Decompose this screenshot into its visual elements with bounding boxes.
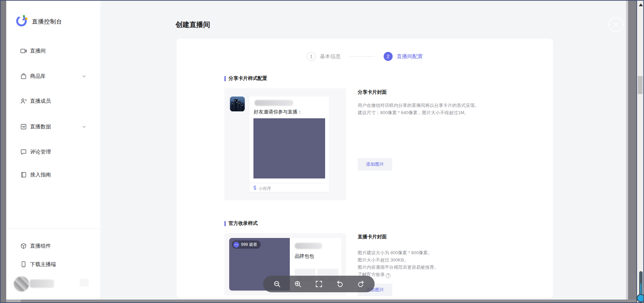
sidebar-item-comment-management[interactable]: 评论管理 [6,147,100,156]
sidebar-item-live-components[interactable]: 直播组件 [6,241,100,250]
sidebar-item-label: 直播数据 [30,123,51,130]
share-cover-placeholder [253,118,325,178]
live-dots-icon [233,242,239,248]
add-share-image-button[interactable]: 添加图片 [358,158,392,171]
outer-scrollbar-track[interactable] [637,1,643,302]
step-1-label: 基本信息 [320,53,341,60]
inner-scrollbar-thumb[interactable] [628,1,636,300]
window-left-gutter [1,1,6,302]
members-icon [20,98,27,104]
sidebar-item-label: 接入指南 [30,172,51,178]
live-cover-info: 直播卡片封面 图片建议大小为 800像素 * 800像素。 图片大小不超过 30… [358,234,538,278]
miniprogram-label: 小程序 [259,186,271,192]
image-viewer-toolbar [263,276,375,292]
user-avatar[interactable] [14,276,29,292]
masked-badge [80,279,89,286]
user-name-masked [30,279,54,288]
share-cover-desc-1: 用户在微信对话框内分享的直播间将以分享卡片的形式呈现。 [358,102,538,109]
sidebar-item-download-anchor-app[interactable]: 下载主播端 [6,260,100,269]
horizontal-scrollbar-track[interactable] [6,300,21,302]
step-2-label: 直播间配置 [397,53,423,60]
outer-scrollbar-thumb[interactable] [638,76,643,94]
app-logo-icon [15,15,28,28]
rotate-left-icon [336,280,344,288]
bubble-footer: 小程序 [252,185,271,192]
share-cover-info: 分享卡片封面 用户在微信对话框内分享的直播间将以分享卡片的形式呈现。 建议尺寸：… [358,89,538,116]
viewer-count: 999 观看 [241,242,257,248]
shopping-bag-icon [20,73,27,80]
rotate-right-icon [357,280,365,288]
sidebar: 直播控制台 直播间 商品库 [6,1,100,300]
section-official-listing-header: 官方收录样式 [224,220,258,227]
section-marker [224,76,226,81]
share-cover-desc-2: 建议尺寸：800像素 * 640像素，图片大小不得超过1M。 [358,109,538,116]
phone-icon [20,261,27,268]
invite-text: 好友邀请你参与直播： [254,109,302,115]
viewer-count-badge: 999 观看 [232,240,261,249]
sidebar-item-label: 评论管理 [30,149,51,155]
sidebar-item-label: 下载主播端 [30,261,56,268]
cube-icon [20,242,27,249]
video-camera-icon [20,47,27,54]
live-product-name: 品牌包包 [295,253,314,259]
app-title: 直播控制台 [32,18,62,26]
live-cover-desc-1: 图片建议大小为 800像素 * 800像素。 [358,249,538,256]
sidebar-item-label: 直播组件 [30,243,51,249]
section-marker [224,221,226,226]
zoom-out-icon [273,280,281,288]
rotate-right-button[interactable] [357,280,365,288]
zoom-in-button[interactable] [294,280,302,288]
sidebar-item-integration-guide[interactable]: 接入指南 [6,170,100,179]
sidebar-item-live-data[interactable]: 直播数据 [6,122,100,131]
comment-icon [20,148,27,155]
pointer-cursor-icon [636,270,644,303]
close-button[interactable] [608,17,624,32]
sidebar-divider [6,228,100,229]
app-window: 直播控制台 直播间 商品库 [0,0,644,303]
sidebar-item-live-room[interactable]: 直播间 [6,46,100,55]
section-title: 分享卡片样式配置 [229,75,267,82]
fullscreen-icon [315,280,323,288]
help-icon[interactable]: ? [386,273,391,278]
rotate-left-button[interactable] [336,280,344,288]
share-sender-avatar [230,97,245,111]
sidebar-item-label: 直播间 [30,48,46,54]
chevron-down-icon[interactable] [82,124,87,129]
share-room-name-masked [254,100,293,106]
scrollbar-up-arrow[interactable] [639,3,643,6]
miniprogram-icon [252,185,257,192]
fullscreen-button[interactable] [315,280,323,288]
share-card-preview-panel: 好友邀请你参与直播： 小程序 [224,88,346,200]
chevron-down-icon[interactable] [82,74,87,79]
create-live-room-card: 1 基本信息 2 直播间配置 分享卡片样式配置 [177,39,553,298]
bubble-divider [249,183,329,183]
brand: 直播控制台 [15,15,62,28]
share-cover-heading: 分享卡片封面 [358,89,538,95]
step-1-circle: 1 [307,52,316,61]
section-share-card-header: 分享卡片样式配置 [224,75,267,82]
close-icon [609,27,623,32]
chart-icon [20,123,27,130]
section-title: 官方收录样式 [229,220,258,227]
page-title: 创建直播间 [176,20,210,29]
sidebar-item-label: 直播成员 [30,98,51,104]
zoom-in-icon [294,280,302,288]
step-connector [350,56,375,57]
step-indicator: 1 基本信息 2 直播间配置 [177,52,553,61]
live-cover-desc-2: 图片大小不超过 300KB。 [358,256,538,264]
zoom-out-button[interactable] [273,280,281,288]
official-listing-link-row: 了解官方收录? [358,271,538,278]
step-2-circle: 2 [384,52,393,61]
horizontal-scrollbar-thumb[interactable] [6,300,636,302]
guide-icon [20,171,27,178]
live-title-masked [295,243,322,249]
live-cover-desc-3: 图片内容遵循平台规范后更容易被推荐。 [358,264,538,271]
sidebar-item-live-members[interactable]: 直播成员 [6,97,100,105]
sidebar-item-label: 商品库 [30,73,46,80]
sidebar-item-product-library[interactable]: 商品库 [6,72,100,81]
share-chat-bubble: 好友邀请你参与直播： 小程序 [249,97,329,192]
live-cover-heading: 直播卡片封面 [358,234,538,240]
